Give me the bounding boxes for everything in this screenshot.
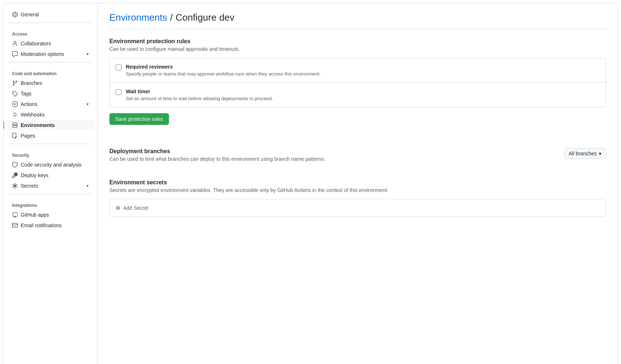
required-reviewers-checkbox[interactable] [116,65,121,70]
all-branches-dropdown[interactable]: All branches ▾ [564,148,606,159]
sidebar-item-actions[interactable]: Actions ▾ [6,99,94,109]
sidebar-actions-label: Actions [21,101,37,107]
sidebar-item-tags[interactable]: Tags [6,89,94,99]
environments-icon [12,122,18,128]
sidebar-item-pages[interactable]: Pages [6,131,94,141]
sidebar-item-email-notifications[interactable]: Email notifications [6,220,94,230]
play-icon [12,101,18,107]
sidebar-section-security: Security [3,147,97,159]
add-secret-label: Add Secret [123,205,148,211]
rule-required-reviewers-content: Required reviewers Specify people or tea… [126,64,320,77]
breadcrumb-separator: / [170,12,173,23]
sidebar-github-apps-label: GitHub apps [21,212,49,218]
protection-rules-title: Environment protection rules [109,38,606,45]
sidebar-divider-2 [9,62,92,62]
sidebar-webhooks-label: Webhooks [21,112,45,118]
rule-wait-timer: Wait timer Set an amount of time to wait… [110,83,606,107]
sidebar-branches-label: Branches [21,80,42,86]
tag-icon [12,91,18,97]
sidebar-general-label: General [21,12,39,17]
wait-timer-checkbox[interactable] [116,89,121,95]
main-content: Environments / Configure dev Environment… [98,3,618,364]
chevron-down-icon: ▾ [86,52,89,57]
deployment-branches-title: Deployment branches [109,148,558,155]
sidebar-item-deploy-keys[interactable]: Deploy keys [6,170,94,180]
protection-rules-box: Required reviewers Specify people or tea… [109,58,606,107]
sidebar-divider-4 [9,194,92,194]
wait-timer-desc: Set an amount of time to wait before all… [126,96,273,101]
environment-secrets-title: Environment secrets [109,179,606,186]
required-reviewers-desc: Specify people or teams that may approve… [126,71,320,77]
key-icon [12,172,18,178]
apps-icon [12,212,18,218]
gear-icon [12,12,18,17]
save-protection-rules-button[interactable]: Save protection rules [109,113,169,125]
sidebar-collaborators-label: Collaborators [21,41,51,46]
add-secret-box[interactable]: ⊕ Add Secret [109,199,606,217]
rule-wait-timer-content: Wait timer Set an amount of time to wait… [126,89,273,101]
rule-required-reviewers: Required reviewers Specify people or tea… [110,58,606,83]
sidebar-tags-label: Tags [21,91,32,97]
sidebar-pages-label: Pages [21,133,35,139]
chevron-down-icon-2: ▾ [86,102,89,107]
branch-icon [12,80,18,86]
deployment-branches-text: Deployment branches Can be used to limit… [109,148,558,168]
sidebar-moderation-label: Moderation options [21,51,64,57]
sidebar-section-code: Code and automation [3,65,97,78]
sidebar-item-code-security[interactable]: Code security and analysis [6,160,94,170]
person-icon [12,41,18,46]
sidebar-item-general[interactable]: General [6,9,94,20]
sidebar: General Access Collaborators Moderation … [3,3,98,364]
environment-secrets-desc: Secrets are encrypted environment variab… [109,187,606,193]
protection-rules-desc: Can be used to configure manual approval… [109,46,606,52]
wait-timer-label: Wait timer [126,89,273,94]
dropdown-chevron-icon: ▾ [599,151,601,156]
sidebar-item-moderation[interactable]: Moderation options ▾ [6,49,94,59]
shield-icon [12,162,18,168]
sidebar-code-security-label: Code security and analysis [21,162,81,168]
deployment-branches-row: Deployment branches Can be used to limit… [109,148,606,168]
asterisk-icon [12,183,18,189]
pages-icon [12,133,18,139]
mail-icon [12,222,18,228]
webhook-icon [12,112,18,118]
report-icon [12,51,18,57]
required-reviewers-label: Required reviewers [126,64,320,70]
sidebar-section-integrations: Integrations [3,197,97,209]
deployment-branches-section: Deployment branches Can be used to limit… [109,148,606,168]
protection-rules-section: Environment protection rules Can be used… [109,38,606,136]
chevron-down-icon-3: ▾ [86,183,89,188]
sidebar-item-secrets[interactable]: Secrets ▾ [6,181,94,191]
sidebar-item-branches[interactable]: Branches [6,78,94,88]
deployment-branches-desc: Can be used to limit what branches can d… [109,156,558,162]
plus-circle-icon: ⊕ [116,204,120,211]
sidebar-section-access: Access [3,26,97,38]
sidebar-email-notifications-label: Email notifications [21,222,62,228]
sidebar-item-collaborators[interactable]: Collaborators [6,38,94,49]
sidebar-item-github-apps[interactable]: GitHub apps [6,210,94,220]
sidebar-item-webhooks[interactable]: Webhooks [6,110,94,120]
sidebar-secrets-label: Secrets [21,183,38,189]
sidebar-divider [9,23,92,23]
page-header: Environments / Configure dev [109,12,606,29]
all-branches-label: All branches [569,151,597,156]
sidebar-environments-label: Environments [21,122,55,128]
sidebar-item-environments[interactable]: Environments [6,120,94,130]
page-title: Configure dev [176,12,234,23]
sidebar-divider-3 [9,144,92,144]
environment-secrets-section: Environment secrets Secrets are encrypte… [109,179,606,217]
breadcrumb-link[interactable]: Environments [109,12,167,23]
sidebar-deploy-keys-label: Deploy keys [21,172,48,178]
